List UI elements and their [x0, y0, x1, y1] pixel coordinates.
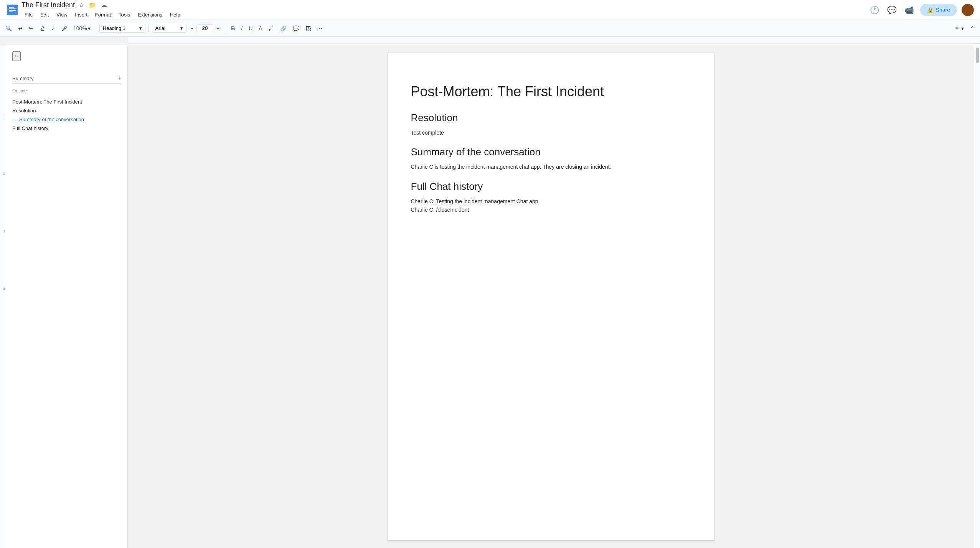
sidebar-back-button[interactable]: ←	[12, 51, 21, 61]
doc-body-0: Test complete	[411, 128, 691, 137]
font-size-control: − 20 +	[188, 24, 222, 33]
separator-3	[225, 25, 225, 32]
margin-num-3: 3	[3, 229, 5, 233]
cloud-button[interactable]: ☁	[100, 1, 108, 10]
toolbar: 🔍 ↩ ↪ 🖨 ✓ 🖌 100% ▾ Heading 1 ▾ Arial ▾ −…	[0, 20, 980, 37]
text-color-button[interactable]: A	[256, 24, 265, 33]
scroll-thumb[interactable]	[976, 48, 979, 63]
undo-button[interactable]: ↩	[16, 24, 25, 33]
doc-area: Post-Mortem: The First Incident Resoluti…	[128, 45, 974, 548]
menu-bar: File Edit View Insert Format Tools Exten…	[21, 10, 865, 19]
separator-1	[96, 25, 96, 32]
chevron-down-icon: ▾	[139, 25, 142, 31]
separator-2	[148, 25, 149, 32]
font-size-increase[interactable]: +	[214, 24, 222, 33]
comments-button[interactable]: 💬	[886, 4, 898, 16]
margin-num-1: 1	[3, 114, 5, 118]
search-button[interactable]: 🔍	[3, 24, 14, 33]
outline-item-1[interactable]: Resolution	[12, 106, 121, 115]
page: Post-Mortem: The First Incident Resoluti…	[388, 53, 714, 540]
lock-icon: 🔒	[927, 7, 934, 13]
share-label: Share	[936, 7, 950, 13]
ruler-svg	[128, 37, 980, 45]
sidebar: ← Summary + Outline Post-Mortem: The Fir…	[6, 45, 128, 548]
meet-button[interactable]: 📹	[903, 4, 916, 16]
paint-format-button[interactable]: 🖌	[59, 24, 69, 33]
format-buttons: B I U A 🖊 🔗 💬 🖼 ⋯	[228, 24, 325, 33]
doc-body-2: Charlie C: Testing the incident manageme…	[411, 197, 691, 214]
svg-rect-2	[9, 8, 16, 9]
doc-title: The First Incident	[21, 1, 75, 9]
folder-button[interactable]: 📁	[88, 1, 97, 10]
left-margin: 1 2 3 4	[0, 45, 6, 548]
ruler	[128, 37, 980, 45]
title-bar: The First Incident ☆ 📁 ☁ File Edit View …	[0, 0, 980, 20]
comment-button[interactable]: 💬	[290, 24, 302, 33]
doc-heading-1: Summary of the conversation	[411, 146, 691, 158]
doc-heading-2: Full Chat history	[411, 181, 691, 193]
font-size-decrease[interactable]: −	[188, 24, 196, 33]
underline-button[interactable]: U	[246, 24, 255, 33]
doc-heading-0: Resolution	[411, 112, 691, 124]
link-button[interactable]: 🔗	[277, 24, 289, 33]
edit-mode-button[interactable]: ✏ ▾	[953, 24, 966, 33]
share-button[interactable]: 🔒 Share	[920, 4, 957, 16]
italic-button[interactable]: I	[238, 24, 245, 33]
right-panel	[974, 45, 980, 548]
zoom-selector[interactable]: 100% ▾	[71, 24, 93, 33]
margin-num-2: 2	[3, 172, 5, 176]
style-selector[interactable]: Heading 1 ▾	[99, 24, 145, 33]
menu-help[interactable]: Help	[167, 10, 183, 19]
menu-file[interactable]: File	[21, 10, 36, 19]
sidebar-outline-section: Outline Post-Mortem: The First Incident …	[12, 88, 121, 133]
title-right: 🕐 💬 📹 🔒 Share	[868, 4, 974, 16]
doc-main-title: Post-Mortem: The First Incident	[411, 84, 691, 100]
sidebar-section-title: Summary	[12, 76, 34, 81]
menu-insert[interactable]: Insert	[72, 10, 91, 19]
sidebar-section-header: Summary +	[12, 73, 121, 84]
font-selector[interactable]: Arial ▾	[152, 24, 186, 33]
doc-icon	[6, 4, 18, 16]
menu-view[interactable]: View	[53, 10, 70, 19]
menu-extensions[interactable]: Extensions	[135, 10, 165, 19]
outline-item-3[interactable]: Full Chat history	[12, 124, 121, 133]
star-button[interactable]: ☆	[78, 1, 85, 10]
sidebar-add-button[interactable]: +	[117, 75, 121, 82]
avatar[interactable]	[962, 4, 974, 16]
svg-rect-4	[9, 12, 13, 12]
print-button[interactable]: 🖨	[37, 24, 47, 33]
svg-rect-1	[9, 7, 14, 8]
collapse-button[interactable]: ⌃	[968, 24, 977, 33]
menu-edit[interactable]: Edit	[37, 10, 52, 19]
spellcheck-button[interactable]: ✓	[49, 24, 58, 33]
outline-item-2[interactable]: Summary of the conversation	[12, 115, 121, 124]
outline-item-0[interactable]: Post-Mortem: The First Incident	[12, 97, 121, 106]
title-section: The First Incident ☆ 📁 ☁ File Edit View …	[21, 1, 865, 19]
doc-body-1: Charlie C is testing the incident manage…	[411, 163, 691, 171]
chevron-down-icon-2: ▾	[180, 25, 183, 31]
history-button[interactable]: 🕐	[868, 4, 881, 16]
svg-rect-3	[9, 10, 16, 11]
margin-num-4: 4	[3, 287, 5, 291]
main-area: 1 2 3 4 ← Summary + Outline Post-Mortem:…	[0, 45, 980, 548]
menu-format[interactable]: Format	[92, 10, 114, 19]
image-button[interactable]: 🖼	[303, 24, 313, 33]
menu-tools[interactable]: Tools	[115, 10, 133, 19]
sidebar-summary-section: Summary +	[12, 73, 121, 84]
highlight-button[interactable]: 🖊	[266, 24, 277, 33]
font-size-input[interactable]: 20	[196, 24, 213, 32]
bold-button[interactable]: B	[228, 24, 238, 33]
redo-button[interactable]: ↪	[26, 24, 36, 33]
more-button[interactable]: ⋯	[314, 24, 325, 33]
outline-label: Outline	[12, 88, 121, 94]
